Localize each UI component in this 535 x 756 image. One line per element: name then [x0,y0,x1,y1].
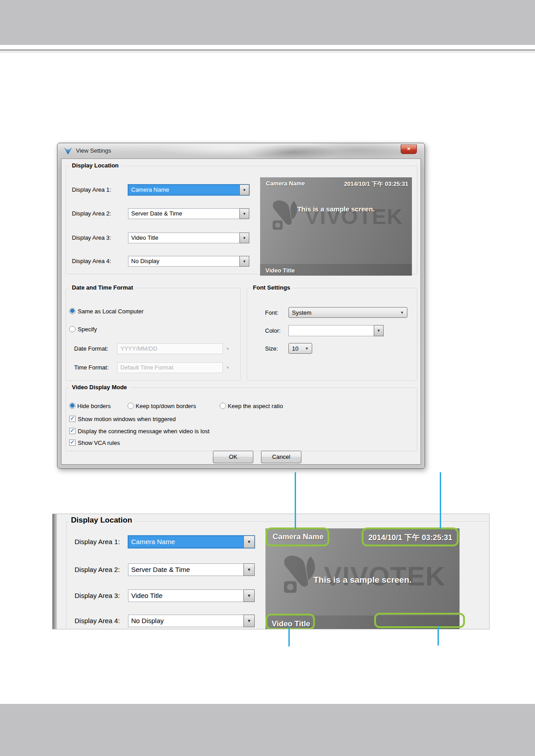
keep-topdown-borders-radio[interactable] [128,403,134,409]
display-area-4-label: Display Area 4: [72,258,111,264]
close-button[interactable]: ✕ [401,145,417,154]
chevron-down-icon: ▼ [400,311,404,315]
display-area-2-label-magnified: Display Area 2: [75,566,120,573]
close-icon: ✕ [407,146,411,151]
video-display-mode-group-label: Video Display Mode [70,384,129,391]
preview-sample-text: This is a sample screen. [297,205,375,213]
color-label: Color: [265,327,281,334]
chevron-down-icon: ▼ [247,619,251,623]
display-area-3-select-magnified[interactable]: Video Title ▼ [128,589,255,602]
display-area-3-select[interactable]: Video Title ▼ [128,233,249,243]
display-area-4-select[interactable]: No Display ▼ [128,256,249,267]
time-format-label: Time Format: [74,364,109,371]
display-area-2-label: Display Area 2: [72,210,111,217]
preview-video-title: Video Title [265,267,295,274]
display-area-4-value: No Display [128,256,239,267]
time-format-value: Default Time Format [117,362,223,373]
chevron-down-icon: ▼ [243,212,246,216]
date-format-select[interactable]: YYYY/MM/DD ▼ [117,343,233,354]
chevron-down-icon: ▼ [247,540,251,544]
display-location-group-label: Display Location [70,162,121,169]
dialog-title: View Settings [76,143,111,158]
video-title-highlight-box [265,614,315,629]
sample-preview-screen: VIVOTEK Camera Name 2014/10/1 下午 03:25:3… [260,177,412,276]
date-time-format-group-label: Date and Time Format [70,284,135,291]
check-icon: ✓ [70,428,75,433]
size-select[interactable]: 10 ▼ [288,343,312,354]
font-settings-group: Font Settings Font: System ▼ Color: ▼ Si… [247,288,417,381]
vivotek-watermark-logo-icon [282,552,328,597]
vivotek-watermark-logo-icon [271,197,308,233]
date-format-value: YYYY/MM/DD [117,343,223,354]
display-area-2-value: Server Date & Time [128,208,239,219]
font-settings-group-label: Font Settings [251,284,292,291]
chevron-down-icon: ▼ [226,347,230,351]
display-area-1-select-magnified[interactable]: Camera Name ▼ [128,536,255,548]
show-motion-windows-label: Show motion windows when triggered [78,416,176,422]
display-area-3-value: Video Title [128,233,239,243]
video-display-mode-group: Video Display Mode Hide borders Keep top… [66,387,417,451]
dialog-titlebar[interactable]: View Settings ✕ [57,143,424,158]
callout-line-video-title [288,628,290,646]
check-icon: ✓ [70,416,75,421]
color-select[interactable]: ▼ [288,325,384,336]
preview-datetime: 2014/10/1 下午 03:25:31 [344,180,408,188]
font-label: Font: [265,309,279,316]
display-area-1-select[interactable]: Camera Name ▼ [128,185,249,195]
specify-label: Specify [78,326,97,333]
display-connecting-message-checkbox[interactable]: ✓ [69,428,75,434]
chevron-down-icon: ▼ [305,347,309,351]
display-location-group: Display Location Display Area 1: Camera … [66,166,417,274]
display-area-2-value-magnified: Server Date & Time [128,563,243,576]
show-vca-rules-checkbox[interactable]: ✓ [69,440,75,446]
display-area-4-value-magnified: No Display [128,615,243,627]
display-area-4-empty-highlight-box [374,613,465,628]
display-area-1-label-magnified: Display Area 1: [75,538,120,545]
hide-borders-label: Hide borders [77,403,111,409]
display-area-4-label-magnified: Display Area 4: [75,617,120,624]
callout-line-datetime [440,472,441,529]
header-divider-line [0,49,535,51]
color-value [288,325,374,336]
chevron-down-icon: ▼ [247,567,251,572]
same-as-local-computer-radio[interactable] [69,308,75,314]
cancel-button[interactable]: Cancel [261,451,301,463]
show-vca-rules-label: Show VCA rules [78,440,120,446]
chevron-down-icon: ▼ [247,593,251,598]
display-connecting-message-label: Display the connecting message when vide… [78,428,209,435]
display-area-2-select-magnified[interactable]: Server Date & Time ▼ [128,563,255,576]
display-area-1-label: Display Area 1: [72,186,111,193]
top-gray-band [0,0,535,45]
display-area-3-label: Display Area 3: [72,234,111,241]
display-area-2-select[interactable]: Server Date & Time ▼ [128,208,249,219]
chevron-down-icon: ▼ [243,259,246,264]
display-area-1-value-magnified: Camera Name [128,536,243,548]
callout-line-camera-name [295,472,296,529]
ok-button[interactable]: OK [213,451,253,463]
camera-name-highlight-box [265,527,329,546]
preview-sample-text-magnified: This is a sample screen. [314,575,412,585]
magnified-display-location-crop: Display Location Display Area 1: Camera … [52,514,490,629]
date-format-label: Date Format: [74,345,108,352]
display-area-4-select-magnified[interactable]: No Display ▼ [128,615,255,627]
document-page: View Settings ✕ Display Location Display… [0,0,535,756]
datetime-highlight-box [362,527,459,546]
font-select[interactable]: System ▼ [288,307,407,318]
hide-borders-radio[interactable] [69,403,75,409]
font-value: System [292,309,398,316]
size-value: 10 [292,345,303,352]
keep-aspect-ratio-label: Keep the aspect ratio [228,403,283,409]
display-area-3-label-magnified: Display Area 3: [75,592,120,599]
display-area-3-value-magnified: Video Title [128,589,243,602]
check-icon: ✓ [70,440,75,445]
keep-aspect-ratio-radio[interactable] [220,403,226,409]
view-settings-dialog: View Settings ✕ Display Location Display… [57,143,425,469]
show-motion-windows-checkbox[interactable]: ✓ [69,416,75,422]
display-area-1-value: Camera Name [128,185,239,195]
callout-line-empty-area [438,626,439,646]
time-format-select[interactable]: Default Time Format ▼ [117,362,233,373]
size-label: Size: [265,345,278,352]
specify-radio[interactable] [69,326,75,332]
window-frame-edge [53,514,57,629]
chevron-down-icon: ▼ [243,188,246,192]
